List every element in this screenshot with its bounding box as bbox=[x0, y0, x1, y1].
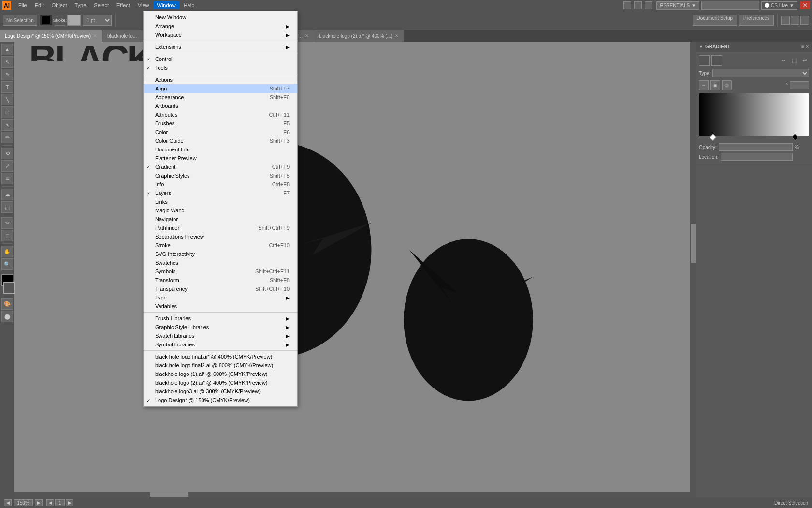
canvas-scrollbar-v[interactable] bbox=[690, 42, 696, 497]
cslive-button[interactable]: CS Live ▼ bbox=[761, 1, 798, 10]
tab-logo-design[interactable]: Logo Design* @ 150% (CMYK/Preview) ✕ bbox=[0, 30, 102, 42]
menu-item-swatch-libraries[interactable]: Swatch Libraries ▶ bbox=[144, 331, 297, 340]
menu-item-attributes[interactable]: Attributes Ctrl+F11 bbox=[144, 110, 297, 119]
close-app-button[interactable]: ✕ bbox=[800, 1, 810, 9]
menu-item-workspace[interactable]: Workspace ▶ bbox=[144, 30, 297, 39]
tool-screen-mode[interactable]: ⬤ bbox=[1, 311, 13, 322]
arrange-btn-3[interactable] bbox=[800, 16, 809, 25]
nav-icon-2[interactable] bbox=[634, 1, 642, 9]
gradient-stroke-swatch[interactable] bbox=[711, 55, 722, 66]
menu-item-svg-interactivity[interactable]: SVG Interactivity bbox=[144, 250, 297, 258]
stroke-indicator[interactable]: Stroke: bbox=[55, 15, 65, 26]
preferences-button[interactable]: Preferences bbox=[739, 15, 774, 26]
menu-item-artboards[interactable]: Artboards bbox=[144, 102, 297, 110]
menu-item-swatches[interactable]: Swatches bbox=[144, 258, 297, 267]
menu-item-magic-wand[interactable]: Magic Wand bbox=[144, 206, 297, 215]
gradient-stop-2[interactable] bbox=[792, 134, 798, 141]
gradient-action-3[interactable]: ↩ bbox=[800, 56, 809, 65]
tool-slice[interactable]: ✂ bbox=[1, 217, 13, 229]
tool-selection[interactable]: ▲ bbox=[1, 44, 13, 55]
gradient-opacity-slider[interactable] bbox=[719, 143, 793, 151]
menu-effect[interactable]: Effect bbox=[113, 1, 134, 9]
menu-item-links[interactable]: Links bbox=[144, 197, 297, 206]
page-number[interactable]: 1 bbox=[55, 499, 65, 506]
menu-item-document-info[interactable]: Document Info bbox=[144, 145, 297, 154]
tool-paintbrush[interactable]: ∿ bbox=[1, 119, 13, 131]
gradient-radial-btn[interactable]: ◎ bbox=[722, 80, 732, 90]
menu-item-file5[interactable]: blackhole logo3.ai @ 300% (CMYK/Preview) bbox=[144, 387, 297, 396]
tab-blackhole4[interactable]: blackhole logo (2).ai* @ 400% (...) ✕ bbox=[314, 30, 404, 42]
gradient-preview[interactable] bbox=[699, 93, 809, 136]
menu-item-variables[interactable]: Variables bbox=[144, 302, 297, 311]
gradient-panel-header[interactable]: ▼ GRADIENT ≡ ✕ bbox=[696, 42, 812, 52]
menu-item-color[interactable]: Color F6 bbox=[144, 128, 297, 136]
menu-item-actions[interactable]: Actions bbox=[144, 75, 297, 84]
zoom-out-btn[interactable]: ◀ bbox=[4, 499, 12, 506]
menu-edit[interactable]: Edit bbox=[31, 1, 48, 9]
menu-item-separations-preview[interactable]: Separations Preview bbox=[144, 232, 297, 241]
menu-item-control[interactable]: ✓ Control bbox=[144, 55, 297, 63]
gradient-action-2[interactable]: ⬚ bbox=[790, 56, 798, 65]
gradient-fill-swatch[interactable] bbox=[699, 55, 710, 66]
tool-hand[interactable]: ✋ bbox=[1, 246, 13, 257]
tool-type[interactable]: T bbox=[1, 81, 13, 93]
menu-item-color-guide[interactable]: Color Guide Shift+F3 bbox=[144, 136, 297, 145]
gradient-location-slider[interactable] bbox=[721, 153, 793, 161]
tool-symbol-sprayer[interactable]: ☁ bbox=[1, 189, 13, 200]
gradient-stop-1[interactable] bbox=[710, 134, 716, 141]
menu-item-info[interactable]: Info Ctrl+F8 bbox=[144, 180, 297, 189]
tool-warp[interactable]: ≋ bbox=[1, 173, 13, 184]
canvas-scrollbar-h[interactable] bbox=[14, 492, 690, 497]
essentials-button[interactable]: ESSENTIALS ▼ bbox=[656, 1, 699, 10]
menu-item-tools[interactable]: ✓ Tools bbox=[144, 63, 297, 72]
menu-item-file4[interactable]: blackhole logo (2).ai* @ 400% (CMYK/Prev… bbox=[144, 378, 297, 387]
gradient-action-1[interactable]: ↔ bbox=[779, 56, 788, 65]
menu-item-transparency[interactable]: Transparency Shift+Ctrl+F10 bbox=[144, 284, 297, 293]
arrange-btn-1[interactable] bbox=[781, 16, 790, 25]
fill-color-box[interactable] bbox=[39, 15, 53, 26]
menu-item-graphic-styles[interactable]: Graphic Styles Shift+F5 bbox=[144, 171, 297, 180]
menu-item-brushes[interactable]: Brushes F5 bbox=[144, 119, 297, 128]
menu-item-stroke[interactable]: Stroke Ctrl+F10 bbox=[144, 241, 297, 250]
menu-item-navigator[interactable]: Navigator bbox=[144, 215, 297, 224]
menu-item-flattener-preview[interactable]: Flattener Preview bbox=[144, 154, 297, 163]
stroke-weight-select[interactable]: 1 pt bbox=[83, 15, 112, 26]
gradient-reverse-btn[interactable]: ↔ bbox=[699, 80, 709, 90]
menu-view[interactable]: View bbox=[134, 1, 153, 9]
tool-color-mode[interactable]: 🎨 bbox=[1, 298, 13, 310]
gradient-linear-btn[interactable]: ▣ bbox=[710, 80, 720, 90]
tool-column-graph[interactable]: ⬚ bbox=[1, 201, 13, 213]
gradient-angle-input[interactable] bbox=[790, 81, 809, 89]
menu-item-symbols[interactable]: Symbols Shift+Ctrl+F11 bbox=[144, 267, 297, 276]
nav-icon-1[interactable] bbox=[624, 1, 631, 9]
arrange-btn-2[interactable] bbox=[791, 16, 799, 25]
next-page-btn[interactable]: ▶ bbox=[66, 499, 73, 506]
zoom-value[interactable]: 150% bbox=[14, 499, 33, 506]
scrollbar-thumb-v[interactable] bbox=[691, 224, 696, 263]
tool-rotate[interactable]: ⟲ bbox=[1, 148, 13, 159]
document-setup-button[interactable]: Document Setup bbox=[693, 15, 738, 26]
menu-item-arrange[interactable]: Arrange ▶ bbox=[144, 22, 297, 30]
menu-file[interactable]: File bbox=[14, 1, 31, 9]
menu-item-appearance[interactable]: Appearance Shift+F6 bbox=[144, 93, 297, 102]
menu-item-file3[interactable]: blackhole logo (1).ai* @ 600% (CMYK/Prev… bbox=[144, 370, 297, 378]
search-box[interactable] bbox=[701, 1, 759, 10]
menu-window[interactable]: Window bbox=[153, 1, 180, 9]
menu-item-file2[interactable]: black hole logo final2.ai @ 800% (CMYK/P… bbox=[144, 361, 297, 370]
tool-scale[interactable]: ⤢ bbox=[1, 160, 13, 172]
menu-item-align[interactable]: Align Shift+F7 bbox=[144, 84, 297, 93]
menu-select[interactable]: Select bbox=[90, 1, 113, 9]
menu-item-extensions[interactable]: Extensions ▶ bbox=[144, 43, 297, 51]
menu-item-file6[interactable]: ✓ Logo Design* @ 150% (CMYK/Preview) bbox=[144, 396, 297, 404]
tab-close-1[interactable]: ✕ bbox=[93, 33, 97, 38]
zoom-in-btn[interactable]: ▶ bbox=[35, 499, 43, 506]
tool-pen[interactable]: ✎ bbox=[1, 69, 13, 80]
menu-item-file1[interactable]: black hole logo final.ai* @ 400% (CMYK/P… bbox=[144, 352, 297, 361]
menu-item-brush-libraries[interactable]: Brush Libraries ▶ bbox=[144, 314, 297, 323]
menu-item-transform[interactable]: Transform Shift+F8 bbox=[144, 276, 297, 284]
tab-close-5[interactable]: ✕ bbox=[395, 33, 399, 38]
tool-direct-selection[interactable]: ↖ bbox=[1, 56, 13, 68]
menu-item-gradient[interactable]: ✓ Gradient Ctrl+F9 bbox=[144, 163, 297, 171]
menu-item-symbol-libraries[interactable]: Symbol Libraries ▶ bbox=[144, 340, 297, 349]
menu-item-new-window[interactable]: New Window bbox=[144, 13, 297, 22]
